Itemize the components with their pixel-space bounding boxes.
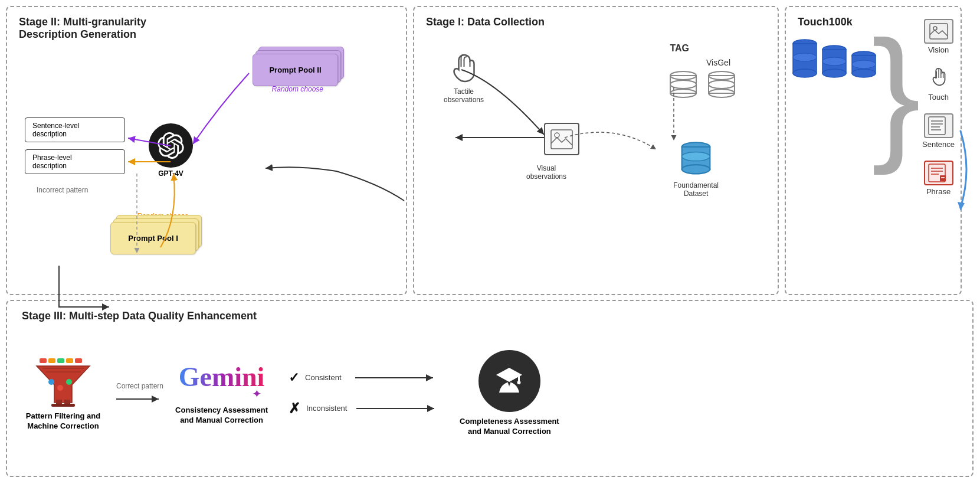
stage2-box: Stage II: Multi-granularityDescription G… (6, 6, 407, 295)
branch-section: ✓ Consistent ✗ (289, 370, 439, 417)
svg-point-68 (517, 381, 520, 384)
svg-point-12 (709, 80, 735, 89)
svg-rect-48 (40, 358, 47, 363)
desc-boxes: Sentence-leveldescription Phrase-levelde… (25, 117, 125, 181)
stage1-box: Stage I: Data Collection Tactileobservat… (413, 6, 779, 295)
blue-curved-arrow (946, 125, 975, 216)
touch-label: Touch (928, 93, 949, 102)
svg-point-4 (555, 133, 559, 138)
tag-label: TAG (670, 43, 689, 54)
brace-icon: } (871, 31, 921, 156)
stage3-title: Stage III: Multi-step Data Quality Enhan… (22, 310, 958, 322)
vision-icon (929, 23, 948, 40)
prompt-pool-1-stack: Prompt Pool I (110, 215, 205, 265)
filter-section: Pattern Filtering andMachine Correction (22, 355, 104, 432)
visgel-db-icon (707, 70, 736, 105)
stage2-title: Stage II: Multi-granularityDescription G… (19, 16, 394, 41)
consistent-branch: ✓ Consistent (289, 370, 439, 385)
svg-rect-30 (930, 24, 948, 39)
main-container: Stage II: Multi-granularityDescription G… (0, 0, 980, 487)
completeness-circle (478, 350, 540, 412)
tactile-section: Tactileobservations (444, 52, 484, 104)
svg-rect-51 (66, 358, 73, 363)
filter-funnel-icon (34, 355, 93, 408)
gpt4v-icon-container: GPT-4V (149, 123, 193, 178)
svg-point-61 (66, 379, 72, 385)
correct-pattern-text: Correct pattern (116, 382, 163, 390)
vision-item: Vision (922, 19, 955, 54)
svg-rect-3 (551, 130, 572, 149)
touch100k-db2 (821, 43, 848, 87)
svg-point-60 (57, 385, 63, 391)
gemini-section: Gemini ✦ Consistency Assessmentand Manua… (175, 361, 268, 426)
stage3-box: Stage III: Multi-step Data Quality Enhan… (6, 300, 974, 477)
tactile-label: Tactileobservations (444, 87, 484, 104)
stage1-title: Stage I: Data Collection (426, 16, 766, 28)
svg-point-59 (48, 379, 54, 385)
top-row: Stage II: Multi-granularityDescription G… (6, 6, 974, 295)
gpt4v-icon (158, 132, 184, 159)
tag-db-icon (668, 70, 698, 105)
phrase-level-desc: Phrase-leveldescription (25, 149, 125, 174)
svg-point-20 (793, 69, 817, 77)
svg-point-24 (822, 69, 846, 77)
graduation-cap-icon (490, 363, 529, 398)
inconsistent-arrow (356, 403, 439, 414)
svg-point-15 (682, 165, 710, 174)
arrow-to-gemini (116, 393, 163, 405)
svg-marker-53 (37, 366, 90, 403)
foundamental-db-icon (680, 140, 712, 179)
completeness-label: Completeness Assessmentand Manual Correc… (460, 417, 559, 437)
touch100k-box: Touch100k (785, 6, 962, 295)
gpt4v-label: GPT-4V (149, 169, 193, 178)
svg-rect-50 (57, 358, 64, 363)
touch100k-db-cluster (792, 37, 877, 87)
touch100k-db1 (792, 37, 818, 87)
svg-point-16 (682, 152, 710, 161)
prompt-pool-1-label: Prompt Pool I (128, 234, 178, 243)
random-choose-purple-label: Random choose (272, 85, 323, 93)
incorrect-pattern-label: Incorrect pattern (37, 186, 88, 194)
svg-point-8 (670, 80, 696, 89)
svg-rect-49 (48, 358, 55, 363)
foundamental-section: FoundamentalDataset (673, 140, 719, 198)
consistent-arrow (355, 372, 438, 384)
touch-hand-icon (929, 67, 948, 90)
svg-marker-47 (958, 202, 965, 211)
svg-rect-58 (51, 404, 75, 407)
svg-point-31 (933, 27, 937, 30)
svg-point-21 (793, 53, 817, 61)
consistent-label: Consistent (305, 373, 349, 382)
inconsistent-branch: ✗ Inconsistent (289, 400, 439, 417)
crossmark-icon: ✗ (289, 400, 300, 417)
svg-rect-52 (75, 358, 82, 363)
correct-pattern-arrow: Correct pattern (116, 382, 163, 405)
hand-touch-icon (448, 52, 480, 84)
svg-rect-36 (929, 117, 945, 135)
gemini-sparkle: ✦ (252, 387, 262, 401)
bottom-row: Stage III: Multi-step Data Quality Enhan… (6, 300, 974, 477)
gemini-label: Consistency Assessmentand Manual Correct… (175, 406, 268, 426)
blue-arrow-svg (946, 125, 975, 214)
svg-rect-45 (940, 175, 946, 181)
svg-point-25 (822, 57, 846, 66)
foundamental-label: FoundamentalDataset (673, 181, 719, 198)
touch-item: Touch (922, 66, 955, 102)
sentence-level-desc: Sentence-leveldescription (25, 117, 125, 142)
db-icons-top (668, 70, 736, 105)
inconsistent-label: Inconsistent (306, 404, 350, 413)
image-placeholder-icon (550, 129, 573, 149)
image-icon-center (544, 123, 579, 155)
visual-label: Visualobservations (526, 164, 566, 181)
vision-label: Vision (928, 45, 949, 54)
checkmark-icon: ✓ (289, 370, 299, 385)
filter-label: Pattern Filtering andMachine Correction (26, 411, 100, 432)
visgel-label: VisGel (706, 58, 730, 67)
completeness-section: Completeness Assessmentand Manual Correc… (460, 350, 559, 437)
prompt-pool-2-label: Prompt Pool II (269, 66, 321, 74)
